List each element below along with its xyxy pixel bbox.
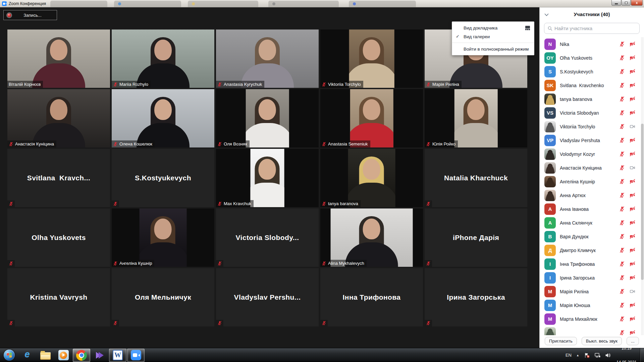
video-tile[interactable]: Оля Возняк (216, 89, 319, 147)
video-tile[interactable]: Юлія Ройко (425, 89, 527, 147)
camera-icon (630, 82, 635, 88)
participant-row[interactable]: Анна Артюх (540, 188, 644, 202)
mic-muted-icon (113, 321, 118, 325)
avatar: OY (544, 52, 556, 64)
video-tile[interactable]: tanya baranova (320, 149, 423, 207)
participant-video (140, 208, 187, 267)
participant-row[interactable]: A Анна Склянчук (540, 216, 644, 230)
start-button[interactable] (0, 349, 18, 362)
participant-row[interactable]: M Марія Риліна (540, 285, 644, 298)
participant-row[interactable]: S S.Kostyukevych (540, 65, 644, 78)
video-tile[interactable]: Анастасія Куніцина (7, 89, 110, 147)
video-tile[interactable]: iPhone Дарія (425, 208, 527, 267)
video-tile[interactable]: Olha Yuskovets (7, 208, 110, 267)
participant-name: Марія Риліна (560, 289, 589, 294)
video-tile[interactable]: Kristina Vavrysh (7, 268, 110, 326)
participant-row[interactable]: I Ірина Загорська (540, 271, 644, 285)
taskbar-internet-explorer[interactable]: e (18, 349, 36, 362)
tray-clock[interactable]: 10:19 14.05.2021 (616, 337, 637, 362)
taskbar-zoom[interactable] (127, 349, 145, 362)
video-tile[interactable]: Natalia Kharchuck (425, 149, 527, 207)
menu-item-fullscreen[interactable]: Войти в полноэкранный режим (452, 45, 534, 53)
camera-icon (630, 151, 635, 157)
video-tile[interactable]: Svitlana Kravch... (7, 149, 110, 207)
participant-row[interactable]: Ангеліна Кушнір (540, 175, 644, 188)
mic-muted-icon (9, 321, 13, 325)
video-tile[interactable]: Інна Трифонова (320, 268, 423, 326)
participant-row[interactable]: I Інна Трифонова (540, 257, 644, 271)
video-tile[interactable]: Anastasia Semeniuk (320, 89, 423, 147)
volume-icon[interactable] (605, 352, 611, 358)
network-icon[interactable] (594, 352, 601, 358)
taskbar-kmplayer[interactable] (91, 349, 108, 362)
participant-row[interactable]: M Марта Михайлюк (540, 312, 644, 326)
video-tile[interactable]: Max Kravchuk (216, 149, 319, 207)
menu-item-gallery-view[interactable]: ✓ Вид галереи (452, 32, 534, 41)
participant-name: Victoria Slobodyan (560, 110, 599, 116)
participant-row[interactable]: Анастасія Куніцина (540, 161, 644, 175)
recording-indicator[interactable]: Запись... (3, 10, 57, 20)
mic-muted-icon (619, 96, 625, 102)
video-tile[interactable]: Victoria Slobody... (216, 208, 319, 267)
menu-item-speaker-view[interactable]: Вид докладчика (452, 23, 534, 32)
mic-muted-icon (619, 192, 625, 198)
taskbar-word[interactable]: W (109, 349, 126, 362)
participant-name: Volodymyr Kozyr (560, 152, 595, 157)
camera-icon (630, 55, 635, 61)
video-tile[interactable]: Ангеліна Кушнір (112, 208, 214, 267)
participant-row[interactable]: В Варя Дундюк (540, 230, 644, 243)
scrollbar-thumb[interactable] (641, 124, 644, 280)
participant-row[interactable]: SK Svitlana Kravchenko (540, 78, 644, 92)
video-tile[interactable]: Оля Мельничук (112, 268, 214, 326)
participant-row[interactable]: M Марія Юноша (540, 298, 644, 312)
participants-panel: Участники (40) N Nika OY Olha Yuskovets (539, 7, 644, 348)
video-tile[interactable]: Ірина Загорська (425, 268, 527, 326)
video-tile[interactable]: Viktoriia Torchylo (320, 29, 423, 88)
taskbar-media-player[interactable] (55, 349, 72, 362)
language-indicator[interactable]: EN (566, 353, 572, 358)
taskbar-chrome[interactable] (73, 349, 90, 362)
chevron-down-icon[interactable] (544, 12, 549, 17)
participant-row[interactable]: A Анна Іванова (540, 202, 644, 216)
hidden-icons-chevron[interactable]: ▲ (576, 354, 579, 357)
participant-row[interactable]: N Nika (540, 37, 644, 51)
show-desktop-button[interactable] (640, 348, 644, 362)
video-tile[interactable]: Anastasia Kyrychuk (216, 29, 319, 88)
search-input[interactable] (554, 23, 632, 34)
mic-muted-icon (619, 275, 625, 281)
video-tile[interactable]: S.Kostyukevych (112, 149, 214, 207)
camera-icon (630, 179, 635, 184)
action-center-flag-icon[interactable] (584, 352, 590, 358)
video-tile[interactable]: Олена Кошелюк (112, 89, 214, 147)
mute-all-button[interactable]: Выкл. весь звук (582, 337, 622, 345)
minimize-button[interactable] (611, 0, 621, 6)
mic-muted-icon (113, 201, 118, 206)
taskbar-file-explorer[interactable] (37, 349, 54, 362)
participant-row[interactable]: Volodymyr Kozyr (540, 147, 644, 161)
camera-icon (630, 275, 635, 281)
participant-row[interactable] (540, 326, 644, 335)
scrollbar-track[interactable] (641, 37, 644, 335)
participant-row[interactable]: VP Vladyslav Pershuta (540, 133, 644, 147)
video-tile[interactable]: Vladyslav Pershu... (216, 268, 319, 326)
participant-row[interactable]: Viktoriia Torchylo (540, 120, 644, 133)
participant-row[interactable]: Д Дмитро Климчук (540, 243, 644, 257)
close-button[interactable]: x (631, 0, 643, 6)
video-tile[interactable]: Mariia Rozhylo (112, 29, 214, 88)
invite-button[interactable]: Пригласить (545, 337, 577, 345)
video-tile[interactable]: Alina Mykhalevych (320, 208, 423, 267)
tab-favicon (118, 2, 121, 5)
camera-icon (630, 247, 635, 253)
participant-row[interactable]: tanya baranova (540, 92, 644, 106)
mic-muted-icon (217, 82, 222, 87)
restore-button[interactable] (622, 0, 631, 6)
avatar: S (544, 66, 556, 77)
participant-row[interactable]: OY Olha Yuskovets (540, 51, 644, 65)
participant-name: tanya baranova (560, 97, 592, 102)
speaker-view-icon (525, 26, 530, 30)
mic-muted-icon (619, 69, 625, 74)
tile-name-label (7, 260, 15, 267)
participant-row[interactable]: VS Victoria Slobodyan (540, 106, 644, 120)
video-tile[interactable]: Віталій Корнєєв (7, 29, 110, 88)
participant-video (112, 29, 214, 88)
